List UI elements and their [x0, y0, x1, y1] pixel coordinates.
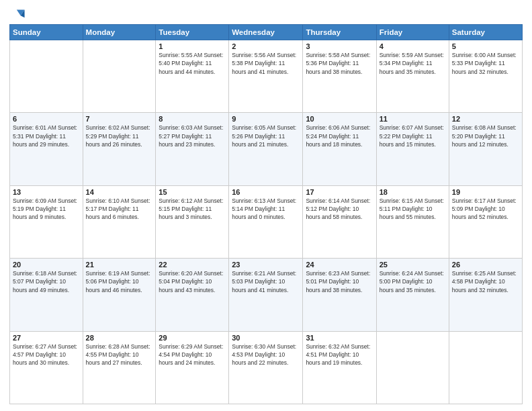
- day-number: 6: [13, 115, 80, 123]
- day-info: Sunrise: 6:10 AM Sunset: 5:17 PM Dayligh…: [86, 197, 153, 222]
- calendar-cell: 22Sunrise: 6:20 AM Sunset: 5:04 PM Dayli…: [156, 259, 229, 331]
- day-info: Sunrise: 6:14 AM Sunset: 5:12 PM Dayligh…: [306, 197, 373, 222]
- calendar-cell: 25Sunrise: 6:24 AM Sunset: 5:00 PM Dayli…: [376, 259, 449, 331]
- day-number: 20: [13, 261, 80, 269]
- day-number: 19: [452, 188, 519, 196]
- day-number: 7: [86, 115, 153, 123]
- day-number: 28: [86, 334, 153, 342]
- calendar-cell: 29Sunrise: 6:29 AM Sunset: 4:54 PM Dayli…: [156, 331, 229, 404]
- calendar-cell: 15Sunrise: 6:12 AM Sunset: 5:15 PM Dayli…: [156, 185, 229, 258]
- calendar-cell: 4Sunrise: 5:59 AM Sunset: 5:34 PM Daylig…: [376, 40, 449, 113]
- calendar-cell: 3Sunrise: 5:58 AM Sunset: 5:36 PM Daylig…: [303, 40, 376, 113]
- day-info: Sunrise: 6:18 AM Sunset: 5:07 PM Dayligh…: [13, 269, 80, 294]
- day-number: 16: [232, 188, 300, 196]
- calendar-cell: 6Sunrise: 6:01 AM Sunset: 5:31 PM Daylig…: [10, 113, 83, 185]
- calendar-cell: [10, 40, 83, 113]
- col-header-saturday: Saturday: [449, 25, 522, 40]
- day-info: Sunrise: 5:55 AM Sunset: 5:40 PM Dayligh…: [159, 51, 226, 76]
- day-info: Sunrise: 5:59 AM Sunset: 5:34 PM Dayligh…: [380, 51, 446, 76]
- calendar-cell: 23Sunrise: 6:21 AM Sunset: 5:03 PM Dayli…: [229, 259, 303, 331]
- day-number: 13: [13, 188, 80, 196]
- day-info: Sunrise: 5:56 AM Sunset: 5:38 PM Dayligh…: [232, 51, 300, 76]
- col-header-friday: Friday: [376, 25, 449, 40]
- day-number: 31: [306, 334, 373, 342]
- day-number: 5: [452, 42, 519, 50]
- day-number: 8: [159, 115, 226, 123]
- day-number: 10: [306, 115, 373, 123]
- day-number: 26: [452, 261, 519, 269]
- day-info: Sunrise: 6:24 AM Sunset: 5:00 PM Dayligh…: [380, 269, 446, 294]
- calendar-cell: 28Sunrise: 6:28 AM Sunset: 4:55 PM Dayli…: [83, 331, 156, 404]
- calendar-cell: 30Sunrise: 6:30 AM Sunset: 4:53 PM Dayli…: [229, 331, 303, 404]
- day-info: Sunrise: 6:05 AM Sunset: 5:26 PM Dayligh…: [232, 124, 300, 148]
- header: [9, 7, 523, 19]
- calendar-cell: 27Sunrise: 6:27 AM Sunset: 4:57 PM Dayli…: [10, 331, 83, 404]
- col-header-tuesday: Tuesday: [156, 25, 229, 40]
- day-info: Sunrise: 6:28 AM Sunset: 4:55 PM Dayligh…: [86, 342, 153, 367]
- week-row-1: 6Sunrise: 6:01 AM Sunset: 5:31 PM Daylig…: [10, 113, 523, 185]
- day-info: Sunrise: 6:19 AM Sunset: 5:06 PM Dayligh…: [86, 269, 153, 294]
- calendar-cell: 21Sunrise: 6:19 AM Sunset: 5:06 PM Dayli…: [83, 259, 156, 331]
- day-info: Sunrise: 6:23 AM Sunset: 5:01 PM Dayligh…: [306, 269, 373, 294]
- day-info: Sunrise: 6:13 AM Sunset: 5:14 PM Dayligh…: [232, 197, 300, 222]
- day-number: 25: [380, 261, 446, 269]
- day-info: Sunrise: 6:12 AM Sunset: 5:15 PM Dayligh…: [159, 197, 226, 222]
- day-info: Sunrise: 6:02 AM Sunset: 5:29 PM Dayligh…: [86, 124, 153, 148]
- day-info: Sunrise: 6:30 AM Sunset: 4:53 PM Dayligh…: [232, 342, 300, 367]
- day-number: 12: [452, 115, 519, 123]
- day-number: 23: [232, 261, 300, 269]
- logo-icon: [11, 7, 26, 21]
- calendar-cell: 18Sunrise: 6:15 AM Sunset: 5:11 PM Dayli…: [376, 185, 449, 258]
- day-info: Sunrise: 6:03 AM Sunset: 5:27 PM Dayligh…: [159, 124, 226, 148]
- day-number: 24: [306, 261, 373, 269]
- day-info: Sunrise: 6:29 AM Sunset: 4:54 PM Dayligh…: [159, 342, 226, 367]
- calendar-cell: [449, 331, 522, 404]
- calendar-cell: 9Sunrise: 6:05 AM Sunset: 5:26 PM Daylig…: [229, 113, 303, 185]
- calendar-cell: [83, 40, 156, 113]
- day-info: Sunrise: 6:08 AM Sunset: 5:20 PM Dayligh…: [452, 124, 519, 148]
- calendar-cell: 19Sunrise: 6:17 AM Sunset: 5:09 PM Dayli…: [449, 185, 522, 258]
- calendar-cell: 1Sunrise: 5:55 AM Sunset: 5:40 PM Daylig…: [156, 40, 229, 113]
- calendar-cell: 16Sunrise: 6:13 AM Sunset: 5:14 PM Dayli…: [229, 185, 303, 258]
- calendar-cell: 5Sunrise: 6:00 AM Sunset: 5:33 PM Daylig…: [449, 40, 522, 113]
- col-header-monday: Monday: [83, 25, 156, 40]
- day-info: Sunrise: 6:20 AM Sunset: 5:04 PM Dayligh…: [159, 269, 226, 294]
- day-number: 14: [86, 188, 153, 196]
- day-number: 21: [86, 261, 153, 269]
- day-info: Sunrise: 6:09 AM Sunset: 5:19 PM Dayligh…: [13, 197, 80, 222]
- day-number: 3: [306, 42, 373, 50]
- day-info: Sunrise: 6:01 AM Sunset: 5:31 PM Dayligh…: [13, 124, 80, 148]
- calendar-cell: 31Sunrise: 6:32 AM Sunset: 4:51 PM Dayli…: [303, 331, 376, 404]
- calendar: SundayMondayTuesdayWednesdayThursdayFrid…: [9, 24, 523, 404]
- day-info: Sunrise: 6:27 AM Sunset: 4:57 PM Dayligh…: [13, 342, 80, 367]
- day-number: 4: [380, 42, 446, 50]
- calendar-cell: 26Sunrise: 6:25 AM Sunset: 4:58 PM Dayli…: [449, 259, 522, 331]
- week-row-4: 27Sunrise: 6:27 AM Sunset: 4:57 PM Dayli…: [10, 331, 523, 404]
- calendar-header-row: SundayMondayTuesdayWednesdayThursdayFrid…: [10, 25, 523, 40]
- day-number: 18: [380, 188, 446, 196]
- col-header-thursday: Thursday: [303, 25, 376, 40]
- day-number: 2: [232, 42, 300, 50]
- week-row-3: 20Sunrise: 6:18 AM Sunset: 5:07 PM Dayli…: [10, 259, 523, 331]
- day-number: 11: [380, 115, 446, 123]
- day-number: 9: [232, 115, 300, 123]
- week-row-0: 1Sunrise: 5:55 AM Sunset: 5:40 PM Daylig…: [10, 40, 523, 113]
- logo-text: [9, 7, 26, 21]
- calendar-cell: 14Sunrise: 6:10 AM Sunset: 5:17 PM Dayli…: [83, 185, 156, 258]
- day-number: 22: [159, 261, 226, 269]
- day-number: 15: [159, 188, 226, 196]
- calendar-cell: 11Sunrise: 6:07 AM Sunset: 5:22 PM Dayli…: [376, 113, 449, 185]
- day-info: Sunrise: 6:06 AM Sunset: 5:24 PM Dayligh…: [306, 124, 373, 148]
- week-row-2: 13Sunrise: 6:09 AM Sunset: 5:19 PM Dayli…: [10, 185, 523, 258]
- day-number: 1: [159, 42, 226, 50]
- day-info: Sunrise: 6:15 AM Sunset: 5:11 PM Dayligh…: [380, 197, 446, 222]
- calendar-cell: 20Sunrise: 6:18 AM Sunset: 5:07 PM Dayli…: [10, 259, 83, 331]
- day-number: 29: [159, 334, 226, 342]
- day-number: 30: [232, 334, 300, 342]
- page: SundayMondayTuesdayWednesdayThursdayFrid…: [0, 0, 532, 411]
- day-number: 27: [13, 334, 80, 342]
- calendar-cell: 10Sunrise: 6:06 AM Sunset: 5:24 PM Dayli…: [303, 113, 376, 185]
- day-info: Sunrise: 6:25 AM Sunset: 4:58 PM Dayligh…: [452, 269, 519, 294]
- day-info: Sunrise: 5:58 AM Sunset: 5:36 PM Dayligh…: [306, 51, 373, 76]
- day-info: Sunrise: 6:07 AM Sunset: 5:22 PM Dayligh…: [380, 124, 446, 148]
